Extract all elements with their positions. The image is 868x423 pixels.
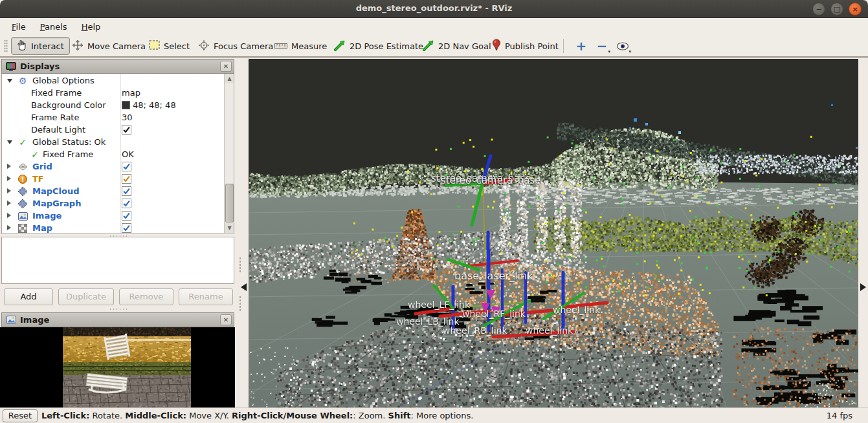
tool-2d-nav-goal[interactable]: 2D Nav Goal	[417, 37, 496, 55]
3d-scene-render[interactable]	[249, 59, 858, 408]
tree-row-mapcloud[interactable]: MapCloud	[2, 185, 225, 197]
tree-row-value[interactable]	[122, 174, 131, 184]
tree-row-image[interactable]: Image	[2, 210, 225, 222]
tool-publish-point[interactable]: Publish Point	[487, 37, 564, 55]
tf-frame-label: wheel_link	[526, 325, 573, 336]
tool-move-camera[interactable]: Move Camera	[67, 37, 151, 55]
menubar: FilePanelsHelp	[0, 18, 868, 35]
panel-splitter[interactable]	[234, 58, 249, 408]
splitter-handle[interactable]	[109, 308, 128, 310]
tree-row-background-color[interactable]: Background Color48; 48; 48	[2, 99, 225, 111]
add-button[interactable]: Add	[4, 288, 53, 305]
chevron-down-icon[interactable]	[7, 79, 12, 83]
help-segment: Right-Click/Mouse Wheel:	[232, 411, 353, 420]
tool-focus-camera[interactable]: Focus Camera	[193, 37, 278, 55]
crosshair-icon	[198, 39, 210, 53]
chevron-right-icon[interactable]	[7, 188, 11, 193]
enabled-checkbox[interactable]	[122, 223, 131, 233]
tree-row-status-fixed-frame[interactable]: ✓Fixed FrameOK	[2, 148, 225, 160]
tree-row-value[interactable]	[122, 211, 131, 221]
main-content: Displays ✕ ▲ ▼ ⚙Global OptionsFixed Fram…	[0, 57, 868, 407]
tree-row-value[interactable]	[122, 162, 131, 171]
tree-row-value[interactable]	[122, 125, 131, 135]
displays-panel-header[interactable]: Displays ✕	[1, 59, 234, 74]
tree-row-default-light[interactable]: Default Light	[2, 124, 225, 136]
displays-panel-close-icon[interactable]: ✕	[220, 61, 232, 72]
tool-select[interactable]: Select	[144, 37, 195, 55]
help-segment: Middle-Click:	[125, 411, 186, 420]
status-ok-icon: ✓	[17, 137, 28, 147]
value-text: OK	[122, 149, 134, 159]
tree-row-label: Global Options	[32, 76, 95, 85]
tool-2d-pose-estimate[interactable]: 2D Pose Estimate	[329, 37, 428, 55]
menu-file[interactable]: File	[5, 20, 32, 34]
displays-tree-scrollbar[interactable]: ▲ ▼	[224, 74, 234, 233]
scroll-up-icon[interactable]: ▲	[225, 74, 234, 83]
diamond-icon	[17, 186, 28, 197]
menu-help[interactable]: Help	[75, 20, 107, 34]
tool-visibility-button[interactable]: ▾	[614, 37, 632, 55]
tree-row-value[interactable]	[122, 199, 131, 208]
statusbar: Reset Left-Click: Rotate. Middle-Click: …	[0, 407, 868, 423]
tree-row-value[interactable]: map	[122, 88, 140, 98]
chevron-right-icon[interactable]	[7, 176, 11, 181]
tree-row-label: MapGraph	[32, 199, 81, 208]
chevron-right-icon[interactable]	[7, 164, 11, 169]
tree-row-value[interactable]: 48; 48; 48	[122, 100, 176, 110]
tool-label: Move Camera	[87, 41, 146, 51]
menu-panels[interactable]: Panels	[34, 20, 74, 34]
remove-tool-button[interactable]: −▾	[593, 37, 611, 55]
reset-button[interactable]: Reset	[3, 409, 38, 422]
value-text: 48; 48; 48	[133, 100, 176, 110]
display-description-box	[1, 237, 234, 284]
image-panel-header[interactable]: Image ✕	[1, 312, 234, 327]
enabled-checkbox[interactable]	[122, 125, 131, 135]
displays-tree: ▲ ▼ ⚙Global OptionsFixed FramemapBackgro…	[1, 74, 234, 234]
fps-counter: 14 fps	[827, 411, 852, 420]
remove-tool-icon: −	[597, 38, 608, 54]
window-title: demo_stereo_outdoor.rviz* - RViz	[0, 3, 868, 13]
chevron-right-icon[interactable]	[7, 213, 11, 218]
tree-row-grid[interactable]: Grid	[2, 160, 225, 173]
tree-row-value[interactable]	[122, 186, 131, 196]
chevron-right-icon[interactable]	[7, 225, 11, 230]
enabled-checkbox[interactable]	[122, 162, 131, 171]
collapse-left-icon[interactable]	[241, 283, 247, 291]
tree-row-value[interactable]	[122, 223, 131, 233]
scrollbar-thumb[interactable]	[225, 184, 234, 222]
tool-measure[interactable]: Measure	[269, 37, 332, 55]
toolbar: InteractMove CameraSelectFocus CameraMea…	[0, 35, 868, 57]
scroll-down-icon[interactable]: ▼	[225, 223, 234, 233]
chevron-down-icon[interactable]	[7, 140, 12, 144]
enabled-checkbox[interactable]	[122, 199, 131, 208]
enabled-checkbox[interactable]	[122, 211, 131, 221]
tf-frame-label: wheel_RF_link	[462, 309, 526, 319]
tree-row-fixed-frame[interactable]: Fixed Framemap	[2, 87, 225, 99]
add-tool-button[interactable]: +	[572, 37, 590, 55]
tool-label: Measure	[291, 41, 327, 51]
enabled-checkbox[interactable]	[122, 186, 131, 196]
tree-row-value[interactable]: OK	[122, 149, 134, 159]
tf-frame-label: wheel_LF_link	[408, 299, 470, 310]
tool-interact[interactable]: Interact	[11, 37, 70, 55]
toolbar-drag-handle[interactable]	[4, 39, 8, 52]
button-label: Rename	[188, 292, 223, 301]
chevron-right-icon[interactable]	[7, 201, 11, 206]
tree-row-value[interactable]: 30	[122, 113, 133, 122]
enabled-checkbox[interactable]	[122, 174, 131, 184]
3d-viewport[interactable]: stereo_camera_basestereo_camera_basebase…	[249, 59, 858, 408]
tree-row-global-options[interactable]: ⚙Global Options	[2, 74, 225, 87]
remove-button: Remove	[119, 288, 173, 305]
tree-row-tf[interactable]: !TF	[2, 173, 225, 185]
tree-row-mapgraph[interactable]: MapGraph	[2, 197, 225, 210]
tree-row-frame-rate[interactable]: Frame Rate30	[2, 111, 225, 124]
tree-row-label: Frame Rate	[31, 113, 79, 122]
collapse-right-icon[interactable]	[860, 283, 866, 291]
tree-row-global-status[interactable]: ✓Global Status: Ok	[2, 136, 225, 148]
toolbar-separator	[563, 39, 564, 53]
tree-row-map[interactable]: Map	[2, 222, 225, 234]
tool-label: Select	[164, 41, 190, 51]
image-panel-close-icon[interactable]: ✕	[220, 314, 232, 325]
color-swatch	[122, 101, 130, 109]
help-segment: : More options.	[411, 411, 474, 420]
